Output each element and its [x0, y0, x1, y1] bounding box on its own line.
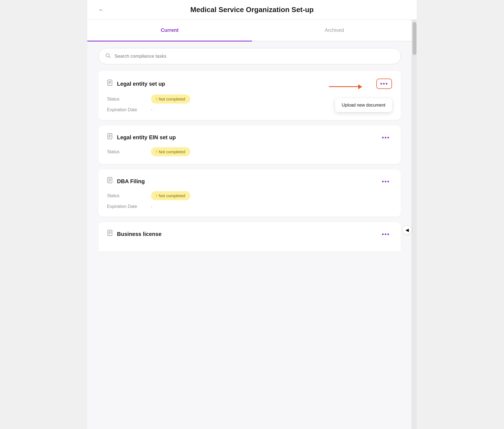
card-title-wrap: Legal entity set up [107, 80, 165, 88]
document-icon [107, 133, 113, 142]
scrollbar-track[interactable] [412, 0, 417, 429]
page-header: ← Medical Service Organization Set-up [87, 0, 417, 20]
search-bar[interactable] [98, 48, 401, 64]
more-options-button[interactable]: ••• [380, 133, 392, 142]
upload-document-tooltip[interactable]: Upload new document [335, 98, 392, 112]
collapse-button[interactable]: ◀ [402, 225, 412, 235]
document-icon [107, 230, 113, 238]
status-value: Not completed [159, 193, 185, 198]
search-input[interactable] [114, 54, 394, 59]
expiration-value: - [151, 107, 152, 112]
status-label: Status [107, 97, 145, 102]
more-options-button[interactable]: ••• [380, 230, 392, 238]
document-icon [107, 177, 113, 186]
back-button[interactable]: ← [98, 6, 104, 13]
card-title-wrap: DBA Filing [107, 177, 145, 186]
tab-current[interactable]: Current [87, 20, 252, 41]
more-options-button-highlighted[interactable]: ••• [376, 79, 392, 89]
more-options-button[interactable]: ••• [380, 177, 392, 186]
card-header: DBA Filing ••• [107, 177, 392, 186]
status-badge: ! Not completed [151, 191, 190, 200]
card-legal-entity-setup: Legal entity set up ••• Upload new docum… [98, 71, 401, 120]
card-dba-filing: DBA Filing ••• Status ! Not completed Ex… [98, 169, 401, 217]
tab-bar: Current Archived [87, 20, 417, 41]
card-header: Legal entity EIN set up ••• [107, 133, 392, 142]
expiration-row: Expiration Date - [107, 204, 392, 209]
page-container: ◀ ← Medical Service Organization Set-up … [87, 0, 417, 429]
arrow-line [329, 86, 362, 87]
card-title: Legal entity EIN set up [117, 134, 176, 141]
card-header: Legal entity set up ••• Upload new docum… [107, 79, 392, 89]
status-value: Not completed [159, 97, 185, 101]
warning-icon: ! [156, 150, 157, 154]
status-label: Status [107, 193, 145, 198]
status-row: Status ! Not completed [107, 191, 392, 200]
card-header: Business license ••• [107, 230, 392, 238]
card-title-wrap: Legal entity EIN set up [107, 133, 176, 142]
tab-archived[interactable]: Archived [252, 20, 417, 41]
expiration-label: Expiration Date [107, 204, 145, 209]
status-row: Status ! Not completed [107, 147, 392, 156]
card-title: Legal entity set up [117, 81, 165, 87]
arrow-annotation [329, 86, 362, 87]
card-title: DBA Filing [117, 178, 145, 185]
card-legal-entity-ein: Legal entity EIN set up ••• Status ! Not… [98, 126, 401, 164]
warning-icon: ! [156, 194, 157, 198]
collapse-icon: ◀ [405, 227, 409, 233]
status-value: Not completed [159, 149, 185, 154]
main-content: Legal entity set up ••• Upload new docum… [87, 48, 412, 263]
search-icon [105, 53, 111, 60]
expiration-value: - [151, 204, 152, 209]
status-badge: ! Not completed [151, 147, 190, 156]
svg-line-1 [109, 57, 110, 58]
card-title-wrap: Business license [107, 230, 161, 238]
card-title: Business license [117, 231, 161, 237]
page-title: Medical Service Organization Set-up [190, 5, 313, 14]
status-badge: ! Not completed [151, 94, 190, 104]
document-icon [107, 80, 113, 88]
card-business-license: Business license ••• [98, 222, 401, 252]
warning-icon: ! [156, 97, 157, 101]
expiration-label: Expiration Date [107, 107, 145, 112]
status-label: Status [107, 149, 145, 154]
